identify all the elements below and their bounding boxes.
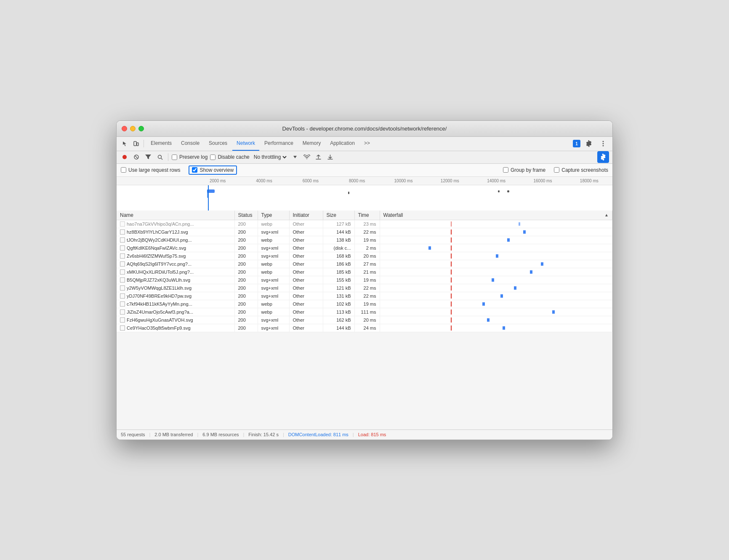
timeline-graph[interactable] — [117, 185, 612, 211]
table-row[interactable]: yDJ70NF49BREe9kHD7pw.svg 200 svg+xml Oth… — [117, 292, 612, 300]
tab-application[interactable]: Application — [326, 136, 359, 151]
file-icon — [120, 325, 125, 331]
disable-cache-checkbox[interactable] — [210, 155, 216, 160]
row-name: hao7na7GkVVhipo3q/ACn.png... — [117, 220, 234, 228]
file-icon — [120, 285, 125, 291]
tab-elements[interactable]: Elements — [146, 136, 176, 151]
resources-size: 6.9 MB resources — [202, 432, 239, 437]
ruler-mark-6: 14000 ms — [473, 179, 519, 183]
file-icon — [120, 277, 125, 283]
settings-row: Use large request rows Show overview Gro… — [117, 164, 612, 177]
tab-memory[interactable]: Memory — [298, 136, 325, 151]
table-row[interactable]: Ce9YHacO35q8t5wbmFp9.svg 200 svg+xml Oth… — [117, 324, 612, 332]
maximize-button[interactable] — [138, 126, 144, 131]
ruler-mark-7: 16000 ms — [519, 179, 566, 183]
title-bar: DevTools - developer.chrome.com/docs/dev… — [117, 121, 612, 137]
file-icon — [120, 301, 125, 307]
group-by-frame-label[interactable]: Group by frame — [503, 167, 545, 173]
ruler-mark-0: 2000 ms — [194, 179, 241, 183]
table-row[interactable]: QgftKdlKE6NqaFwlZAVc.svg 200 svg+xml Oth… — [117, 244, 612, 252]
table-row[interactable]: Zv6sbHi6fZfZMWufSp75.svg 200 svg+xml Oth… — [117, 252, 612, 260]
group-by-frame-checkbox[interactable] — [503, 167, 508, 173]
feedback-badge[interactable]: 1 — [573, 140, 580, 147]
table-row[interactable]: FzH6gwuHgXuGnasATVOH.svg 200 svg+xml Oth… — [117, 316, 612, 324]
ruler-mark-5: 12000 ms — [427, 179, 473, 183]
more-options-icon[interactable] — [597, 138, 609, 149]
show-overview-label[interactable]: Show overview — [192, 167, 234, 173]
svg-point-4 — [603, 145, 604, 147]
download-button[interactable] — [326, 152, 335, 162]
network-toolbar: Preserve log Disable cache No throttling — [117, 151, 612, 164]
ruler-mark-1: 4000 ms — [241, 179, 287, 183]
minimize-button[interactable] — [130, 126, 136, 131]
tab-performance[interactable]: Performance — [260, 136, 298, 151]
device-icon[interactable] — [131, 139, 141, 149]
tabs-right-area: 1 — [573, 138, 609, 149]
file-icon — [120, 317, 125, 323]
filter-button[interactable] — [144, 152, 153, 162]
tab-console[interactable]: Console — [177, 136, 204, 151]
window-title: DevTools - developer.chrome.com/docs/dev… — [122, 125, 607, 132]
th-time[interactable]: Time — [354, 211, 380, 220]
svg-line-7 — [135, 156, 138, 158]
clear-button[interactable] — [132, 152, 141, 162]
close-button[interactable] — [122, 126, 127, 131]
show-overview-checkbox[interactable] — [192, 167, 197, 173]
th-name[interactable]: Name — [117, 211, 234, 220]
tab-more[interactable]: >> — [360, 136, 374, 151]
upload-button[interactable] — [314, 152, 323, 162]
large-rows-checkbox[interactable] — [121, 167, 126, 173]
th-size[interactable]: Size — [323, 211, 354, 220]
cursor-icon[interactable] — [120, 139, 130, 149]
file-icon — [120, 229, 125, 235]
ruler-mark-8: 18000 ms — [566, 179, 612, 183]
table-row[interactable]: hao7na7GkVVhipo3q/ACn.png... 200 webp Ot… — [117, 220, 612, 228]
wifi-icon[interactable] — [302, 152, 311, 162]
file-icon — [120, 237, 125, 243]
table-row[interactable]: tJOhr2jBQWy2CdKHDlUI.png... 200 webp Oth… — [117, 236, 612, 244]
disable-cache-checkbox-label[interactable]: Disable cache — [210, 154, 249, 160]
ruler-mark-4: 10000 ms — [380, 179, 426, 183]
table-row[interactable]: hz8BXb9YlYLhCGarY12J.svg 200 svg+xml Oth… — [117, 228, 612, 236]
file-icon — [120, 221, 125, 227]
th-waterfall[interactable]: Waterfall ▲ — [380, 211, 612, 220]
table-row[interactable]: AQfq69qS2Ig6lT9Y7vcc.png?... 200 webp Ot… — [117, 260, 612, 268]
settings-icon-tab[interactable] — [583, 138, 595, 149]
throttle-dropdown-icon[interactable] — [290, 152, 300, 162]
requests-count: 55 requests — [121, 432, 145, 437]
svg-point-8 — [158, 155, 161, 158]
record-button[interactable] — [120, 152, 129, 162]
th-type[interactable]: Type — [258, 211, 289, 220]
preserve-log-checkbox-label[interactable]: Preserve log — [172, 154, 208, 160]
capture-screenshots-checkbox[interactable] — [554, 167, 559, 173]
tab-sources[interactable]: Sources — [205, 136, 231, 151]
table-row[interactable]: JiZisZ4UmarOjo5cAwf3.png?a... 200 webp O… — [117, 308, 612, 316]
table-row[interactable]: y2W5yVOMWqgL8ZE1Lklh.svg 200 svg+xml Oth… — [117, 284, 612, 292]
preserve-log-checkbox[interactable] — [172, 155, 177, 160]
dom-loaded: DOMContentLoaded: 811 ms — [288, 432, 349, 437]
request-table-container[interactable]: Name Status Type Initiator Size — [117, 211, 612, 429]
table-body: hz8BXb9YlYLhCGarY12J.svg 200 svg+xml Oth… — [117, 228, 612, 332]
file-icon — [120, 245, 125, 251]
search-button[interactable] — [155, 152, 165, 162]
table-row[interactable]: xMKUHQxXLiRDiiUTol5J.png?... 200 webp Ot… — [117, 268, 612, 276]
file-icon — [120, 309, 125, 315]
file-icon — [120, 293, 125, 299]
capture-screenshots-label[interactable]: Capture screenshots — [554, 167, 608, 173]
th-initiator[interactable]: Initiator — [289, 211, 323, 220]
status-bar: 55 requests | 2.0 MB transferred | 6.9 M… — [117, 429, 612, 440]
settings-right: Group by frame Capture screenshots — [503, 167, 608, 173]
tab-network[interactable]: Network — [232, 136, 259, 151]
devtools-window: DevTools - developer.chrome.com/docs/dev… — [116, 120, 613, 440]
table-row[interactable]: c7kf94kHB11kK5AyYyMn.png... 200 webp Oth… — [117, 300, 612, 308]
sort-arrow-icon: ▲ — [604, 213, 609, 217]
ruler-mark-2: 6000 ms — [287, 179, 334, 183]
devtools-tabs: Elements Console Sources Network Perform… — [117, 137, 612, 151]
large-rows-label[interactable]: Use large request rows — [121, 167, 180, 173]
settings-gear-button[interactable] — [597, 151, 609, 163]
th-status[interactable]: Status — [234, 211, 258, 220]
table-row[interactable]: B5QMjpRJZ72xKQ3uWLlh.svg 200 svg+xml Oth… — [117, 276, 612, 284]
throttle-select[interactable]: No throttling — [252, 154, 288, 160]
file-icon — [120, 261, 125, 267]
svg-point-5 — [122, 155, 127, 159]
